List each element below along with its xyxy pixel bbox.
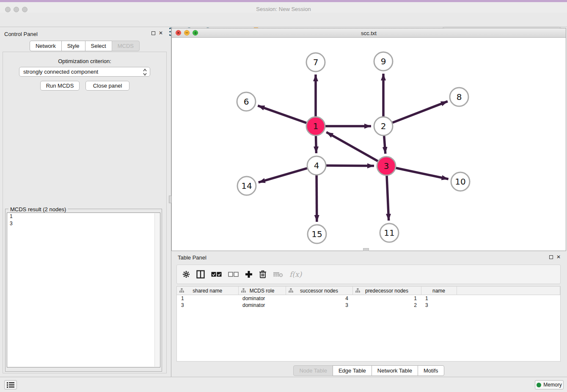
delete-table-icon[interactable] — [273, 271, 283, 278]
cell-name[interactable]: 1 — [421, 295, 457, 302]
tab-edge-table[interactable]: Edge Table — [333, 365, 372, 376]
criterion-select[interactable]: strongly connected component — [19, 67, 150, 77]
svg-text:15: 15 — [311, 229, 322, 239]
graph-node-8[interactable]: 8 — [450, 88, 468, 106]
canvas-resize-handle[interactable] — [363, 248, 369, 251]
apply-function-icon[interactable]: f(x) — [289, 270, 302, 279]
cell-shared-name[interactable]: 1 — [177, 295, 238, 302]
graph-node-1[interactable]: 1 — [306, 117, 325, 135]
memory-status-dot — [537, 383, 541, 387]
result-scrollbar[interactable] — [154, 213, 160, 367]
svg-text:8: 8 — [457, 92, 462, 102]
result-line: 3 — [7, 220, 160, 227]
cell-successor-nodes[interactable]: 3 — [286, 302, 352, 309]
network-window-titlebar[interactable]: scc.txt — [172, 28, 566, 38]
status-bar — [0, 377, 567, 392]
table-panel-title: Table Panel — [178, 254, 206, 261]
column-header-name[interactable]: name — [421, 287, 457, 295]
edge-4-to-3[interactable] — [326, 166, 374, 166]
cell-name[interactable]: 3 — [421, 302, 457, 309]
list-icon — [7, 382, 14, 388]
mcds-result-box[interactable]: 1 3 — [7, 213, 160, 367]
select-all-rows-icon[interactable] — [211, 272, 222, 277]
tab-mcds[interactable]: MCDS — [112, 41, 140, 51]
run-mcds-button[interactable]: Run MCDS — [40, 81, 80, 91]
node-table-grid: shared name MCDS role successor nodes pr… — [177, 287, 560, 309]
tab-node-table[interactable]: Node Table — [293, 365, 333, 376]
column-settings-icon[interactable] — [182, 271, 190, 278]
cell-mcds-role[interactable]: dominator — [238, 302, 286, 309]
application-window: Session: New Session — [0, 0, 567, 392]
column-header-shared-name[interactable]: shared name — [177, 287, 238, 295]
svg-text:9: 9 — [381, 56, 386, 66]
cell-successor-nodes[interactable]: 4 — [286, 295, 352, 302]
result-line: 1 — [7, 213, 160, 220]
graph-node-10[interactable]: 10 — [451, 172, 470, 191]
column-header-successor-nodes[interactable]: successor nodes — [286, 287, 352, 295]
cell-predecessor-nodes[interactable]: 2 — [352, 302, 421, 309]
cell-predecessor-nodes[interactable]: 1 — [352, 295, 421, 302]
svg-text:1: 1 — [313, 121, 319, 131]
close-panel-icon[interactable]: ✕ — [159, 30, 163, 36]
edge-2-to-3[interactable] — [384, 136, 385, 154]
node-table[interactable]: shared name MCDS role successor nodes pr… — [176, 286, 561, 362]
criterion-value: strongly connected component — [23, 69, 98, 75]
window-titlebar[interactable]: Session: New Session — [0, 2, 567, 13]
graph-node-15[interactable]: 15 — [308, 225, 326, 243]
tab-network-table[interactable]: Network Table — [372, 365, 418, 376]
column-header-filler — [457, 287, 560, 295]
float-table-panel-icon[interactable] — [549, 255, 553, 259]
memory-label: Memory — [543, 382, 561, 388]
memory-button[interactable]: Memory — [535, 380, 564, 389]
main-toolbar — [0, 13, 567, 27]
tab-motifs[interactable]: Motifs — [418, 365, 444, 376]
graph-node-11[interactable]: 11 — [380, 224, 399, 242]
table-row[interactable]: 3 dominator 3 2 3 — [177, 302, 560, 309]
graph-node-9[interactable]: 9 — [374, 52, 393, 71]
svg-text:10: 10 — [455, 177, 465, 187]
graph-node-2[interactable]: 2 — [374, 117, 393, 135]
table-row[interactable]: 1 dominator 4 1 1 — [177, 295, 560, 302]
control-panel-title: Control Panel — [4, 31, 38, 37]
edge-3-to-10[interactable] — [396, 168, 449, 179]
delete-columns-icon[interactable] — [259, 270, 267, 279]
column-header-predecessor-nodes[interactable]: predecessor nodes — [352, 287, 421, 295]
task-history-button[interactable] — [4, 380, 17, 389]
graph-node-6[interactable]: 6 — [237, 92, 256, 111]
column-header-mcds-role[interactable]: MCDS role — [238, 287, 286, 295]
network-view-window: scc.txt 7968124314101511 — [171, 28, 566, 251]
select-stepper-icon — [143, 69, 147, 76]
svg-text:4: 4 — [314, 160, 319, 171]
tab-network[interactable]: Network — [30, 41, 62, 51]
table-panel-tabs: Node Table Edge Table Network Table Moti… — [171, 365, 566, 376]
tab-style[interactable]: Style — [61, 41, 85, 51]
close-table-panel-icon[interactable]: ✕ — [556, 254, 561, 259]
svg-text:6: 6 — [244, 97, 249, 107]
edge-4-to-14[interactable] — [259, 168, 307, 182]
cell-shared-name[interactable]: 3 — [177, 302, 238, 309]
table-header-row: shared name MCDS role successor nodes pr… — [177, 287, 560, 295]
edge-1-to-4[interactable] — [316, 136, 317, 153]
graph-node-4[interactable]: 4 — [307, 156, 326, 175]
split-view-icon[interactable] — [196, 270, 205, 279]
add-column-icon[interactable] — [245, 271, 253, 278]
edge-2-to-8[interactable] — [393, 101, 448, 122]
cell-mcds-role[interactable]: dominator — [238, 295, 286, 302]
network-canvas[interactable]: 7968124314101511 — [172, 38, 566, 251]
edge-1-to-6[interactable] — [258, 106, 306, 123]
close-panel-button[interactable]: Close panel — [85, 81, 129, 91]
control-panel-tabs: Network Style Select MCDS — [0, 41, 169, 51]
deselect-all-rows-icon[interactable] — [228, 272, 239, 277]
graph-node-3[interactable]: 3 — [377, 157, 396, 175]
optimization-criterion-label: Optimization criterion: — [3, 58, 167, 64]
svg-text:7: 7 — [313, 57, 319, 67]
float-panel-icon[interactable] — [151, 31, 155, 35]
window-title: Session: New Session — [0, 6, 567, 12]
edge-4-to-15[interactable] — [317, 175, 317, 222]
tab-select[interactable]: Select — [85, 41, 112, 51]
edge-3-to-11[interactable] — [387, 176, 389, 221]
edge-3-to-1[interactable] — [326, 132, 378, 161]
table-toolbar: f(x) — [176, 265, 561, 284]
graph-node-7[interactable]: 7 — [306, 53, 325, 72]
graph-node-14[interactable]: 14 — [237, 177, 256, 195]
